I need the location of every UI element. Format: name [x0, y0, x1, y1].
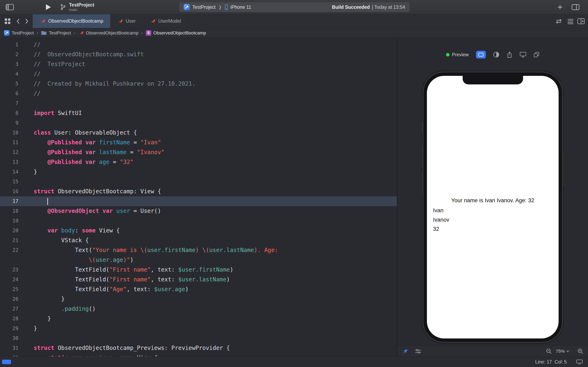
live-preview-button[interactable] — [476, 51, 486, 58]
code-line[interactable]: 10class User: ObservableObject { — [0, 128, 397, 138]
code-line[interactable]: 5// Created by Mikhail Pushkarev on 27.1… — [0, 79, 397, 89]
line-number[interactable]: 25 — [0, 284, 23, 294]
code-line[interactable]: 3// TestProject — [0, 59, 397, 69]
code-line[interactable]: 29} — [0, 324, 397, 333]
line-number[interactable]: 31 — [0, 343, 23, 353]
breadcrumb-file[interactable]: ObservedObjectBootcamp — [78, 30, 138, 36]
line-number[interactable]: 19 — [0, 216, 23, 226]
code-line[interactable]: 27 .padding() — [0, 304, 397, 314]
code-line[interactable]: 20 var body: some View { — [0, 226, 397, 235]
last-name-field[interactable]: Ivanov — [433, 217, 449, 223]
build-status[interactable]: Build Succeeded | Today at 13:54 — [332, 4, 405, 10]
code-line[interactable]: 8import SwiftUI — [0, 108, 397, 118]
scheme-selector[interactable]: TestProject ❯ iPhone 11 — [184, 4, 251, 10]
breadcrumb-symbol[interactable]: S ObservedObjectBootcamp — [146, 30, 206, 36]
library-button[interactable] — [557, 0, 563, 14]
duplicate-preview-button[interactable] — [534, 52, 539, 58]
code-line[interactable]: 24 TextField("First name", text: $user.l… — [0, 275, 397, 284]
color-scheme-button[interactable] — [493, 52, 499, 58]
tab-observedobjectbootcamp[interactable]: ObservedObjectBootcamp — [33, 14, 110, 28]
code-line[interactable]: 28 } — [0, 314, 397, 324]
line-number[interactable]: 4 — [0, 69, 23, 79]
breadcrumb-group[interactable]: TestProject — [41, 30, 71, 36]
code-line[interactable]: 22 Text("Your name is \(user.firstName) … — [0, 245, 397, 255]
line-number[interactable]: 7 — [0, 99, 23, 108]
line-number[interactable]: 3 — [0, 59, 23, 69]
line-number[interactable]: 24 — [0, 275, 23, 284]
canvas-settings-button[interactable] — [415, 349, 421, 354]
run-destination[interactable]: iPhone 11 — [231, 4, 251, 10]
line-number[interactable]: 13 — [0, 157, 23, 167]
add-editor-button[interactable] — [577, 14, 585, 28]
line-number[interactable]: 21 — [0, 235, 23, 245]
line-number[interactable]: 29 — [0, 324, 23, 333]
code-line[interactable]: 31struct ObservedObjectBootcamp_Previews… — [0, 343, 397, 353]
breadcrumb-project[interactable]: TestProject — [4, 30, 34, 36]
scheme-branch-info[interactable]: TestProject main — [61, 0, 94, 14]
code-line[interactable]: 12 @Published var lastName = "Ivanov" — [0, 147, 397, 157]
line-number[interactable]: 32 — [0, 353, 23, 357]
code-line[interactable]: 23 TextField("First name", text: $user.f… — [0, 265, 397, 275]
code-line[interactable]: 6// — [0, 89, 397, 99]
code-line[interactable]: 25 TextField("Age", text: $user.age) — [0, 284, 397, 294]
line-number[interactable]: 16 — [0, 187, 23, 196]
line-number[interactable]: 17 — [0, 196, 23, 206]
code-line[interactable]: 18 @ObservedObject var user = User() — [0, 206, 397, 216]
code-line[interactable]: 17 — [0, 196, 397, 206]
code-line[interactable]: 26 } — [0, 294, 397, 304]
line-number[interactable]: 18 — [0, 206, 23, 216]
line-number[interactable]: 14 — [0, 167, 23, 177]
source-editor[interactable]: 1//2// ObservedObjectBootcamp.swift3// T… — [0, 38, 397, 357]
zoom-level-dropdown[interactable]: 75% — [556, 349, 569, 354]
zoom-out-button[interactable] — [546, 348, 552, 354]
share-preview-button[interactable] — [507, 51, 512, 58]
code-line[interactable]: 16struct ObservedObjectBootcamp: View { — [0, 187, 397, 196]
first-name-field[interactable]: Ivan — [433, 207, 443, 214]
line-number[interactable]: 20 — [0, 226, 23, 235]
code-line[interactable]: 1// — [0, 40, 397, 50]
code-line[interactable]: 11 @Published var firstName = "Ivan" — [0, 138, 397, 147]
go-forward-button[interactable] — [25, 14, 29, 28]
code-line[interactable]: 4// — [0, 69, 397, 79]
code-line[interactable]: 15 — [0, 177, 397, 187]
code-line[interactable]: 19 — [0, 216, 397, 226]
code-line[interactable]: 32 static var previews: some View { — [0, 353, 397, 357]
line-number[interactable]: 2 — [0, 50, 23, 59]
line-number[interactable]: 8 — [0, 108, 23, 118]
code-line[interactable]: 21 VStack { — [0, 235, 397, 245]
line-number[interactable]: 1 — [0, 40, 23, 50]
line-number[interactable]: 12 — [0, 147, 23, 157]
line-number[interactable]: 22 — [0, 245, 23, 255]
code-line[interactable]: 30 — [0, 333, 397, 343]
code-line[interactable]: 13 @Published var age = "32" — [0, 157, 397, 167]
age-field[interactable]: 32 — [433, 226, 439, 232]
line-number[interactable]: 9 — [0, 118, 23, 128]
line-number[interactable]: 28 — [0, 314, 23, 324]
code-line[interactable]: 2// ObservedObjectBootcamp.swift — [0, 50, 397, 59]
minimap-options-button[interactable] — [567, 14, 574, 28]
line-number[interactable]: 5 — [0, 79, 23, 89]
line-number[interactable]: 6 — [0, 89, 23, 99]
preview-on-device-button[interactable] — [520, 52, 526, 58]
activity-view[interactable]: TestProject ❯ iPhone 11 Build Succeeded … — [179, 2, 410, 12]
line-number[interactable]: 27 — [0, 304, 23, 314]
go-back-button[interactable] — [16, 14, 20, 28]
code-line[interactable]: 7 — [0, 99, 397, 108]
tab-user[interactable]: User — [110, 14, 143, 28]
code-line[interactable]: 14} — [0, 167, 397, 177]
line-number[interactable]: 26 — [0, 294, 23, 304]
code-line[interactable]: 9 — [0, 118, 397, 128]
line-number[interactable]: 15 — [0, 177, 23, 187]
line-number[interactable] — [0, 255, 23, 265]
pin-preview-button[interactable] — [402, 348, 408, 354]
scheme-name[interactable]: TestProject — [192, 4, 216, 10]
tab-usermodel[interactable]: UserModel — [143, 14, 188, 28]
run-button[interactable] — [45, 0, 52, 14]
swap-editor-button[interactable] — [555, 14, 562, 28]
editor-mode-button[interactable] — [576, 359, 583, 364]
code-line[interactable]: \(user.age)") — [0, 255, 397, 265]
zoom-in-button[interactable] — [577, 348, 584, 354]
line-number[interactable]: 11 — [0, 138, 23, 147]
line-number[interactable]: 30 — [0, 333, 23, 343]
line-number[interactable]: 23 — [0, 265, 23, 275]
